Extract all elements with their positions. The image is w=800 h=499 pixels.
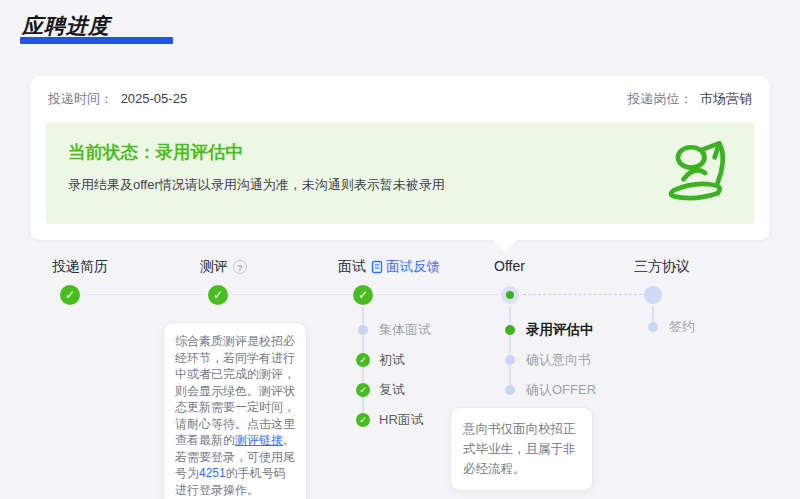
- pending-dot: [505, 385, 515, 395]
- card-header: 投递时间： 2025-05-25 投递岗位： 市场营销: [48, 90, 752, 108]
- substep-group-agreement: 签约: [646, 318, 695, 336]
- substep-group-interview: ✓ HR面试: [356, 411, 424, 429]
- assessment-tooltip: 综合素质测评是校招必经环节，若同学有进行中或者已完成的测评，则会显示绿色。测评状…: [163, 322, 307, 499]
- stage-node-offer-current: [501, 286, 519, 304]
- document-icon: [371, 260, 383, 274]
- card-arrow-notch: [493, 240, 517, 252]
- check-icon: ✓: [356, 383, 370, 397]
- submit-time-label: 投递时间：: [48, 91, 113, 106]
- check-icon: ✓: [356, 353, 370, 367]
- current-dot: [505, 325, 515, 335]
- stage-node-agreement-pending: [644, 286, 662, 304]
- status-title: 当前状态：录用评估中: [68, 140, 243, 164]
- current-status-banner: 当前状态：录用评估中 录用结果及offer情况请以录用沟通为准，未沟通则表示暂未…: [46, 122, 754, 224]
- substep-group-interview: 集体面试: [356, 321, 431, 339]
- position-value: 市场营销: [700, 91, 752, 106]
- stage-label-offer: Offer: [494, 258, 525, 274]
- status-description: 录用结果及offer情况请以录用沟通为准，未沟通则表示暂未被录用: [68, 176, 445, 194]
- offer-note-text: 意向书仅面向校招正式毕业生，且属于非必经流程。: [463, 422, 576, 476]
- position-label: 投递岗位：: [627, 91, 692, 106]
- interview-feedback-link[interactable]: 面试反馈: [371, 258, 440, 276]
- connector-line: [84, 294, 204, 295]
- current-dot: [506, 291, 514, 299]
- connector-line: [377, 294, 499, 295]
- substep-group-interview: ✓ 复试: [356, 381, 405, 399]
- stage-node-interview-done: ✓: [353, 285, 373, 305]
- submit-time-value: 2025-05-25: [121, 91, 188, 106]
- stage-label-agreement: 三方协议: [634, 258, 690, 276]
- pending-dot: [358, 325, 368, 335]
- check-icon: ✓: [356, 413, 370, 427]
- substep-group-offer: 确认意向书: [503, 351, 591, 369]
- assessment-link[interactable]: 测评链接: [235, 433, 283, 447]
- stage-label-assessment: 测评 ?: [200, 258, 247, 276]
- submit-time: 投递时间： 2025-05-25: [48, 90, 187, 108]
- help-icon[interactable]: ?: [233, 260, 247, 274]
- offer-note-tooltip: 意向书仅面向校招正式毕业生，且属于非必经流程。: [450, 407, 593, 491]
- stage-node-assessment-done: ✓: [208, 285, 228, 305]
- substep-line-offer: [509, 306, 511, 388]
- pending-dot: [648, 322, 658, 332]
- substep-group-interview: ✓ 初试: [356, 351, 405, 369]
- position: 投递岗位： 市场营销: [627, 90, 752, 108]
- connector-line-dashed: [523, 294, 642, 295]
- page-title: 应聘进度: [22, 12, 110, 40]
- pending-dot: [505, 355, 515, 365]
- stage-node-resume-done: ✓: [60, 285, 80, 305]
- substep-group-offer: 确认OFFER: [503, 381, 596, 399]
- phone-suffix: 4251: [199, 466, 226, 480]
- stage-label-resume: 投递简历: [52, 258, 108, 276]
- green-scroll-certificate-icon: [660, 134, 738, 212]
- progress-card: 投递时间： 2025-05-25 投递岗位： 市场营销 当前状态：录用评估中 录…: [30, 76, 770, 240]
- connector-line: [232, 294, 351, 295]
- assessment-tooltip-text: 综合素质测评是校招必经环节，若同学有进行中或者已完成的测评，则会显示绿色。测评状…: [175, 334, 295, 447]
- stage-label-interview: 面试 面试反馈: [338, 258, 440, 276]
- substep-group-offer: 录用评估中: [503, 321, 594, 339]
- application-progress-page: 应聘进度 投递时间： 2025-05-25 投递岗位： 市场营销 当前状态：录用…: [0, 0, 800, 499]
